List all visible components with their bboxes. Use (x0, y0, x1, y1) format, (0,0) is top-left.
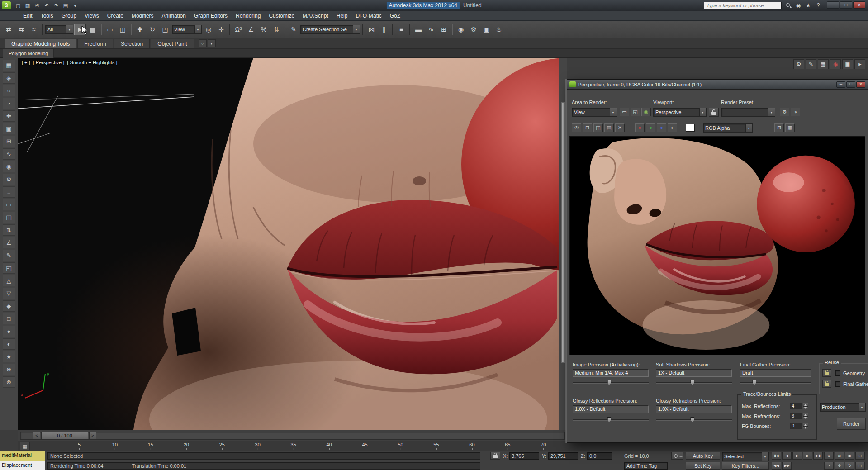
render-preset-select[interactable]: ------------------------ (721, 108, 775, 117)
viewport-menu-general[interactable]: [ + ] (22, 60, 30, 65)
bind-to-space-warp-icon[interactable]: ≈ (28, 24, 40, 35)
spin-up-icon[interactable] (803, 423, 808, 426)
left-tool-19-icon[interactable]: ▽ (3, 288, 15, 299)
close-button[interactable]: ✕ (853, 1, 865, 9)
clear-image-icon[interactable]: ✕ (615, 123, 625, 132)
spin-up-icon[interactable] (803, 413, 808, 416)
soft-shadows-slider[interactable] (656, 380, 732, 385)
use-pivot-point-center-icon[interactable]: ◎ (203, 24, 214, 35)
selection-filter-select[interactable]: All (45, 25, 73, 34)
set-keys-button[interactable] (671, 452, 683, 460)
maximize-button[interactable]: □ (840, 1, 852, 9)
zoom-all-icon[interactable]: ⊞ (835, 452, 844, 460)
save-file-icon[interactable]: ✇ (33, 1, 42, 9)
viewport[interactable]: x y [ + ] [ Perspective ] [ Smooth + Hig… (18, 58, 559, 430)
spin-up-icon[interactable] (803, 403, 808, 406)
save-image-icon[interactable]: ✇ (572, 123, 581, 132)
angle-snap-toggle-icon[interactable]: ∠ (245, 24, 257, 35)
final-gather-field[interactable]: Draft (740, 369, 811, 377)
menu-modifiers[interactable]: Modifiers (128, 12, 158, 20)
left-tool-18-icon[interactable]: △ (3, 275, 15, 286)
maxscript-mini-listener-line2[interactable]: Displacement (0, 461, 45, 470)
unlink-selection-icon[interactable]: ⇆ (15, 24, 27, 35)
render-selected-icon[interactable]: ◉ (641, 108, 651, 116)
left-tool-08-icon[interactable]: ∿ (3, 148, 15, 160)
left-tool-24-icon[interactable]: ★ (3, 351, 15, 362)
fg-bounces-spin-arrows[interactable] (803, 423, 808, 429)
area-to-render-select[interactable]: View (572, 108, 617, 117)
left-tool-12-icon[interactable]: ▭ (3, 199, 15, 210)
select-and-link-icon[interactable]: ⇄ (3, 24, 14, 35)
quick-access-dropdown-icon[interactable]: ▾ (71, 1, 80, 9)
menu-goz[interactable]: GoZ (386, 12, 404, 20)
left-tool-03-icon[interactable]: ○ (3, 85, 15, 96)
favorites-icon[interactable]: ★ (804, 1, 813, 9)
split-channels-icon[interactable]: ▦ (785, 123, 795, 132)
render-window-titlebar[interactable]: Perspective, frame 0, RGBA Color 16 Bits… (567, 80, 868, 90)
viewport-lock-toggle[interactable] (709, 108, 719, 117)
left-tool-07-icon[interactable]: ⊞ (3, 136, 15, 147)
previous-frame-icon[interactable]: ◀ (782, 452, 792, 460)
rendered-frame-window-icon[interactable]: ▣ (480, 24, 492, 35)
left-tool-14-icon[interactable]: ⇅ (3, 224, 15, 236)
snaps-toggle-icon[interactable]: Ω³ (232, 24, 244, 35)
material-editor-icon[interactable]: ◉ (455, 24, 467, 35)
tab-object-paint[interactable]: Object Paint (151, 39, 194, 48)
rw-close-button[interactable]: ✕ (856, 81, 865, 88)
left-tool-02-icon[interactable]: ◈ (3, 72, 15, 84)
rw-maximize-button[interactable]: □ (846, 81, 855, 88)
print-image-icon[interactable]: ▤ (604, 123, 614, 132)
edit-region-icon[interactable]: ▭ (620, 108, 629, 116)
maximize-viewport-toggle-icon[interactable]: ▢ (855, 462, 865, 470)
help-icon[interactable]: ? (814, 1, 823, 9)
left-tool-25-icon[interactable]: ⊕ (3, 364, 15, 375)
undo-icon[interactable]: ↶ (42, 1, 51, 9)
final-gather-slider[interactable] (740, 380, 811, 385)
slider-thumb[interactable] (607, 380, 611, 385)
left-tool-09-icon[interactable]: ◉ (3, 161, 15, 172)
menu-maxscript[interactable]: MAXScript (299, 12, 332, 20)
slider-thumb[interactable] (607, 417, 611, 422)
play-preview-icon[interactable]: ► (854, 59, 865, 69)
select-and-uniform-scale-icon[interactable]: ◰ (159, 24, 171, 35)
max-refractions-spinner[interactable]: 6 (790, 413, 802, 419)
set-key-button[interactable]: Set Key (686, 462, 720, 470)
left-tool-01-icon[interactable]: ▦ (3, 60, 15, 71)
y-coord-field[interactable]: 29,751 (548, 452, 578, 460)
snapshot-icon[interactable]: ✎ (806, 59, 816, 69)
next-frame-icon[interactable]: ▶ (803, 452, 812, 460)
schematic-view-icon[interactable]: ⊞ (438, 24, 450, 35)
tab-polygon-modeling[interactable]: Polygon Modeling (3, 49, 54, 58)
rectangular-selection-region-icon[interactable]: ▭ (104, 24, 116, 35)
window-crossing-icon[interactable]: ◫ (117, 24, 128, 35)
previous-frame-nudge-button[interactable]: < (33, 432, 40, 439)
channel-display-select[interactable]: RGB Alpha (703, 123, 753, 133)
key-filters-button[interactable]: Key Filters... (722, 462, 769, 470)
viewport-menu-pov[interactable]: [ Perspective ] (33, 60, 65, 65)
spin-down-icon[interactable] (803, 406, 808, 410)
menu-rendering[interactable]: Rendering (232, 12, 265, 20)
select-and-rotate-icon[interactable]: ↻ (147, 24, 158, 35)
project-folder-icon[interactable]: ▤ (61, 1, 70, 9)
slider-thumb[interactable] (752, 380, 756, 385)
redo-icon[interactable]: ↷ (52, 1, 61, 9)
time-slider-grip[interactable]: 0 / 100 (41, 432, 88, 439)
left-tool-06-icon[interactable]: ▣ (3, 123, 15, 134)
spin-down-icon[interactable] (803, 426, 808, 430)
z-coord-field[interactable]: 0,0 (587, 452, 612, 460)
tab-graphite-modeling-tools[interactable]: Graphite Modeling Tools (5, 39, 76, 48)
blue-channel-icon[interactable]: ● (657, 123, 666, 132)
max-logo[interactable]: 3 (2, 1, 11, 9)
menu-animation[interactable]: Animation (158, 12, 190, 20)
menu-group[interactable]: Group (57, 12, 81, 20)
left-tool-16-icon[interactable]: ✎ (3, 250, 15, 261)
align-icon[interactable]: ∥ (378, 24, 390, 35)
menu-help[interactable]: Help (332, 12, 352, 20)
max-reflections-spin-arrows[interactable] (803, 403, 808, 409)
select-and-manipulate-icon[interactable]: ✛ (215, 24, 227, 35)
selection-lock-toggle[interactable] (490, 452, 500, 460)
edit-named-selection-sets-icon[interactable]: ✎ (288, 24, 299, 35)
x-coord-field[interactable]: 3,765 (509, 452, 539, 460)
layer-display-icon[interactable]: ⊞ (774, 123, 784, 132)
reuse-geometry-lock[interactable] (822, 369, 831, 377)
